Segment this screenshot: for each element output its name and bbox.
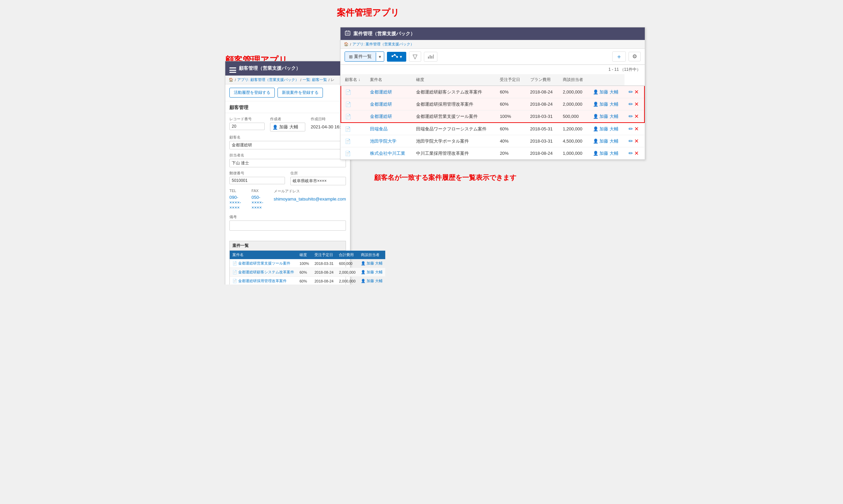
svg-rect-11 — [433, 55, 434, 59]
new-case-register-button[interactable]: 新規案件を登録する — [277, 88, 323, 97]
cell-customer[interactable]: 池田学院大学 — [366, 135, 412, 147]
breadcrumb-sep2: / — [300, 78, 301, 82]
row-icon: 📄 — [341, 147, 366, 160]
bcell-case-name[interactable]: 金都運総研顧客システム改革案件 — [238, 270, 294, 275]
list-item: 📄 金都運総研採用管理改革案件 60% 2018-08-24 2,000,000… — [230, 277, 385, 285]
bcell-person[interactable]: 👤 加藤 大輔 — [358, 277, 385, 285]
delete-icon[interactable]: ✕ — [634, 89, 639, 95]
cell-customer[interactable]: 金都運総研 — [366, 110, 412, 123]
field-person: 担当者名 下山 達士 — [229, 153, 346, 167]
cell-customer[interactable]: 金都運総研 — [366, 86, 412, 98]
table-header-row: 顧客名 ↓ 案件名 確度 受注予定日 プラン費用 商談担当者 — [341, 74, 644, 86]
svg-rect-10 — [431, 56, 432, 59]
cell-person[interactable]: 👤加藤 大輔 — [589, 135, 625, 147]
value-address: 岐阜県岐阜市×××× — [290, 177, 346, 185]
col-customer: 顧客名 ↓ — [341, 74, 366, 86]
view-selector[interactable]: ⊞ 案件一覧 ▾ — [345, 52, 384, 62]
row-tel-fax: TEL 090-××××-×××× FAX 050-××××-×××× メールア… — [229, 189, 346, 211]
breadcrumb-link2[interactable]: 一覧: 顧客一覧 — [303, 77, 327, 82]
row-icon: 📄 — [341, 135, 366, 147]
delete-icon[interactable]: ✕ — [634, 126, 639, 132]
bcell-date: 2018-08-24 — [312, 268, 336, 277]
breadcrumb-current: レ — [331, 77, 335, 82]
doc-icon: 📄 — [232, 279, 237, 283]
bcell-cost: 2,000,000 — [336, 277, 358, 285]
bcell-person[interactable]: 👤 加藤 大輔 — [358, 268, 385, 277]
value-email[interactable]: shimoyama_tatsuhito@example.com — [274, 195, 346, 203]
svg-rect-0 — [345, 31, 350, 35]
value-fax[interactable]: 050-××××-×××× — [251, 194, 268, 211]
activity-register-button[interactable]: 活動履歴を登録する — [229, 88, 275, 97]
label-note: 備考 — [229, 214, 346, 219]
case-table: 顧客名 ↓ 案件名 確度 受注予定日 プラン費用 商談担当者 📄金都運総研金都運… — [341, 74, 645, 160]
edit-icon[interactable]: ✏ — [629, 113, 633, 120]
field-author: 作成者 👤 加藤 大輔 — [270, 116, 305, 131]
delete-icon[interactable]: ✕ — [634, 101, 639, 107]
col-actions — [589, 74, 625, 86]
grid-icon: ⊞ — [349, 54, 353, 59]
edit-icon[interactable]: ✏ — [629, 126, 633, 132]
cell-customer[interactable]: 田端食品 — [366, 123, 412, 135]
bcell-case-name[interactable]: 金都運総研営業支援ツール案件 — [238, 261, 290, 266]
home-icon: 🏠 — [344, 42, 349, 47]
cell-cost: 2,000,000 — [559, 86, 589, 98]
bottom-case-table: 案件名 確度 受注予定日 合計費用 商談担当者 📄 金都運総研営業支援ツール案件… — [230, 251, 385, 285]
add-button[interactable]: ＋ — [612, 52, 626, 62]
cell-case-name: 池田学院大学ポータル案件 — [412, 135, 496, 147]
cell-certainty: 60% — [496, 123, 526, 135]
edit-icon[interactable]: ✏ — [629, 101, 633, 107]
breadcrumb-link1[interactable]: アプリ: 顧客管理（営業支援パック） — [237, 77, 299, 82]
bcell-icon-name: 📄 金都運総研営業支援ツール案件 — [230, 259, 297, 268]
bcell-certainty: 60% — [297, 277, 312, 285]
settings-button[interactable]: ⚙ — [629, 52, 641, 61]
field-note: 備考 — [229, 214, 346, 231]
value-record-no: 20 — [229, 123, 265, 130]
label-record-no: レコード番号 — [229, 116, 265, 122]
bcell-case-name[interactable]: 金都運総研採用管理改革案件 — [238, 278, 287, 284]
customer-form: レコード番号 20 作成者 👤 加藤 大輔 作成日時 2021-04-30 16… — [225, 113, 350, 237]
cell-person[interactable]: 👤加藤 大輔 — [589, 147, 625, 160]
label-author: 作成者 — [270, 116, 305, 122]
bcell-cost: 2,000,000 — [336, 268, 358, 277]
field-record-no: レコード番号 20 — [229, 116, 265, 131]
bcell-person[interactable]: 👤 加藤 大輔 — [358, 259, 385, 268]
cell-person[interactable]: 👤加藤 大輔 — [589, 86, 625, 98]
bcell-date: 2018-03-31 — [312, 259, 336, 268]
edit-icon[interactable]: ✏ — [629, 89, 633, 95]
cell-cost: 1,000,000 — [559, 147, 589, 160]
list-item: 📄 金都運総研営業支援ツール案件 100% 2018-03-31 600,000… — [230, 259, 385, 268]
value-person: 下山 達士 — [229, 159, 346, 167]
annotation-bottom: 顧客名が一致する案件履歴を一覧表示できます — [374, 173, 516, 182]
cell-date: 2018-05-31 — [526, 123, 559, 135]
cell-person[interactable]: 👤加藤 大輔 — [589, 110, 625, 123]
bcol-certainty: 確度 — [297, 251, 312, 259]
delete-icon[interactable]: ✕ — [634, 138, 639, 144]
bcell-icon-name: 📄 金都運総研採用管理改革案件 — [230, 277, 297, 285]
table-row: 📄金都運総研金都運総研採用管理改革案件60%2018-08-242,000,00… — [341, 98, 644, 110]
delete-icon[interactable]: ✕ — [634, 113, 639, 120]
value-tel[interactable]: 090-××××-×××× — [229, 194, 246, 211]
cell-customer[interactable]: 株式会社中川工業 — [366, 147, 412, 160]
graph-button[interactable]: ▾ — [387, 52, 406, 62]
cell-cost: 4,500,000 — [559, 135, 589, 147]
label-customer-name: 顧客名 — [229, 135, 346, 140]
bcol-person: 商談担当者 — [358, 251, 385, 259]
delete-icon[interactable]: ✕ — [634, 150, 639, 157]
chart-button[interactable] — [424, 52, 437, 62]
cell-person[interactable]: 👤加藤 大輔 — [589, 123, 625, 135]
customer-section-title: 顧客管理 — [225, 101, 350, 113]
filter-button[interactable]: ▽ — [409, 52, 421, 62]
field-address: 住所 岐阜県岐阜市×××× — [290, 171, 346, 185]
cell-person[interactable]: 👤加藤 大輔 — [589, 98, 625, 110]
edit-icon[interactable]: ✏ — [629, 138, 633, 144]
bcell-certainty: 60% — [297, 268, 312, 277]
cell-actions: ✏✕ — [625, 135, 644, 147]
breadcrumb-link[interactable]: アプリ: 案件管理（営業支援パック） — [352, 42, 414, 47]
field-zip: 郵便番号 5010001 — [229, 171, 285, 185]
view-selector-arrow[interactable]: ▾ — [376, 53, 384, 61]
cell-customer[interactable]: 金都運総研 — [366, 98, 412, 110]
svg-line-7 — [395, 55, 397, 57]
graph-icon — [391, 54, 398, 60]
row-note: 備考 — [229, 214, 346, 231]
edit-icon[interactable]: ✏ — [629, 150, 633, 157]
